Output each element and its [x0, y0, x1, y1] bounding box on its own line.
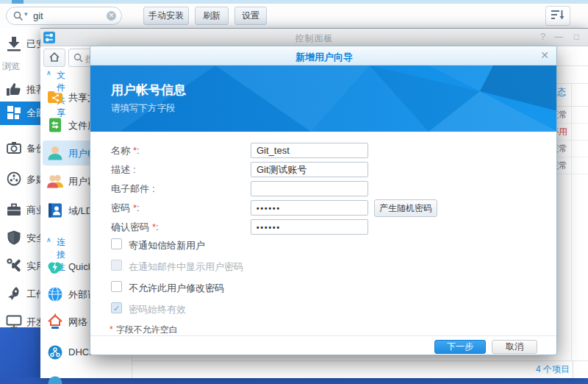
name-input[interactable]: Git_test	[251, 143, 368, 158]
search-query[interactable]: git	[33, 10, 43, 21]
minimize-button[interactable]: —	[554, 32, 563, 42]
required-field-note: *字段不允许空白	[110, 324, 178, 336]
search-input[interactable]: ▾ git ✕	[6, 7, 122, 25]
package-center-toolbar: ▾ git ✕ 手动安装 刷新 设置	[0, 4, 588, 28]
manual-install-button[interactable]: 手动安装	[143, 7, 189, 25]
briefcase-icon	[6, 202, 22, 220]
window-title: 控制面板	[40, 32, 588, 45]
dialog-footer-divider	[90, 335, 557, 336]
cancel-button[interactable]: 取消	[492, 340, 537, 354]
confirm-password-input[interactable]: ••••••	[251, 219, 368, 235]
network-house-icon	[46, 313, 64, 333]
email-input[interactable]	[251, 181, 368, 196]
clear-search-icon[interactable]: ✕	[107, 11, 116, 21]
thumbs-up-icon	[6, 81, 22, 99]
generate-random-password-button[interactable]: 产生随机密码	[374, 199, 437, 217]
description-input[interactable]: Git测试账号	[251, 162, 368, 177]
settings-button[interactable]: 设置	[234, 7, 267, 25]
next-button[interactable]: 下一步	[434, 340, 486, 354]
globe-icon	[46, 285, 64, 305]
rocket-icon	[6, 285, 22, 304]
home-button[interactable]	[43, 49, 65, 67]
checkbox-send-notification[interactable]	[111, 238, 122, 249]
help-button[interactable]: ?	[540, 32, 545, 42]
control-panel-icon	[43, 31, 56, 46]
home-icon	[49, 51, 60, 65]
banner-heading: 用户帐号信息	[111, 82, 186, 99]
camera-icon	[6, 140, 22, 158]
banner-polygon-art	[90, 65, 557, 132]
checkbox-row-disallow-password-change: 不允许此用户修改密码	[90, 281, 557, 293]
shared-folder-icon	[46, 88, 64, 108]
form-row-confirm-password: 确认密码*: ••••••	[90, 219, 557, 235]
refresh-button[interactable]: 刷新	[195, 7, 229, 25]
add-user-wizard-dialog: 新增用户向导 ✕ 用户帐号信息 请填写下方字段 名称*: Git_test	[90, 46, 557, 355]
quickconnect-icon	[46, 258, 64, 278]
item-count: 4 个项目	[536, 363, 570, 376]
checkbox-disallow-password-change[interactable]	[111, 281, 122, 292]
search-icon	[74, 53, 84, 65]
dialog-title: 新增用户向导	[90, 51, 557, 64]
shield-icon	[6, 230, 22, 248]
grid-icon	[6, 104, 22, 123]
dialog-titlebar[interactable]: 新增用户向导 ✕	[90, 46, 557, 65]
user-icon	[46, 144, 64, 164]
domain-ldap-icon	[46, 202, 64, 221]
chevron-up-icon: ∧	[46, 236, 51, 243]
checkbox-password-never-expires: ✓	[111, 302, 122, 313]
checkbox-row-send-notification: 寄通知信给新用户	[90, 238, 557, 250]
screen: ▾ git ✕ 手动安装 刷新 设置 已安装 浏览	[0, 0, 588, 384]
maximize-button[interactable]: □	[574, 32, 579, 42]
confirm-password-label: 确认密码*:	[111, 219, 159, 235]
form-row-email: 电子邮件:	[90, 181, 557, 197]
control-panel-titlebar[interactable]: 控制面板 ? — □	[40, 29, 588, 46]
form-row-description: 描述: Git测试账号	[90, 162, 557, 178]
dialog-banner: 用户帐号信息 请填写下方字段	[90, 65, 557, 132]
password-label: 密码*:	[111, 200, 140, 216]
form-row-name: 名称*: Git_test	[90, 143, 557, 159]
form-row-password: 密码*: ••••••	[90, 200, 557, 216]
search-scope-caret-icon[interactable]: ▾	[24, 10, 28, 18]
checkbox-show-password-in-mail	[111, 260, 122, 271]
name-label: 名称*:	[111, 143, 140, 158]
close-icon[interactable]: ✕	[540, 49, 549, 61]
sort-button[interactable]	[545, 6, 570, 26]
sort-descending-icon	[551, 10, 564, 22]
media-reel-icon	[6, 171, 22, 189]
user-group-icon	[46, 172, 64, 192]
dhcp-icon	[46, 344, 64, 363]
tools-icon	[6, 257, 22, 276]
download-icon	[6, 35, 22, 54]
round-app-icon	[46, 374, 64, 384]
checkbox-row-password-never-expires: ✓ 密码始终有效	[90, 302, 557, 314]
search-icon	[13, 11, 24, 24]
sidebar-section-browse: 浏览	[2, 60, 20, 73]
description-label: 描述:	[111, 162, 136, 177]
checkbox-row-show-password-in-mail: 在通知邮件中显示用户密码	[90, 260, 557, 271]
banner-subheading: 请填写下方字段	[111, 102, 176, 115]
chevron-up-icon: ∧	[46, 69, 51, 77]
sidebar-item-partial[interactable]	[40, 371, 132, 384]
desktop-wallpaper	[0, 327, 40, 384]
email-label: 电子邮件:	[111, 181, 155, 196]
file-service-icon	[46, 116, 64, 136]
password-input[interactable]: ••••••	[251, 200, 368, 216]
monitor-icon	[6, 313, 22, 332]
